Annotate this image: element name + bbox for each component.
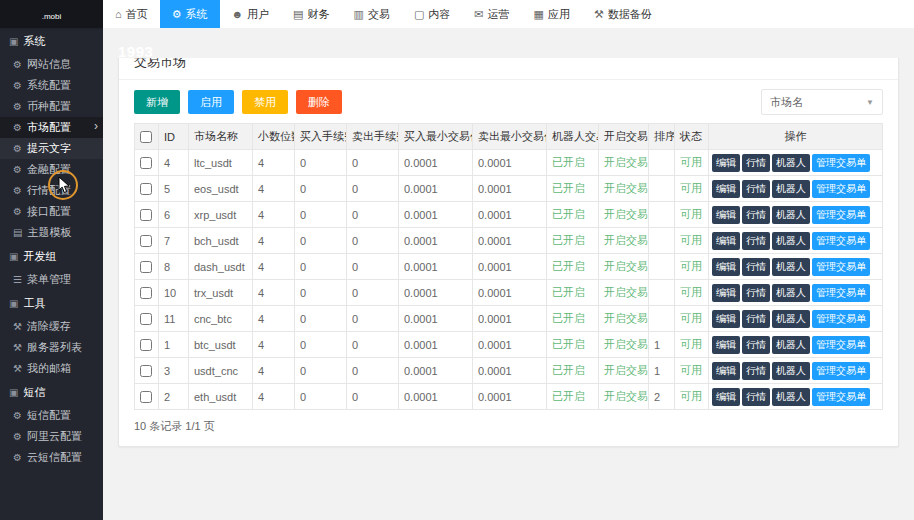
row-action-机器人[interactable]: 机器人 — [772, 310, 810, 328]
cell-sell-fee: 0 — [347, 228, 399, 254]
sidebar-item-币种配置[interactable]: ⚙ 币种配置 › — [0, 96, 103, 117]
row-action-编辑[interactable]: 编辑 — [712, 180, 740, 198]
sidebar-item-阿里云配置[interactable]: ⚙ 阿里云配置 › — [0, 426, 103, 447]
sidebar-item-金融配置[interactable]: ⚙ 金融配置 › — [0, 159, 103, 180]
row-action-行情[interactable]: 行情 — [742, 336, 770, 354]
row-action-管理交易单[interactable]: 管理交易单 — [812, 388, 870, 406]
row-action-机器人[interactable]: 机器人 — [772, 388, 810, 406]
row-checkbox[interactable] — [140, 391, 152, 403]
row-action-机器人[interactable]: 机器人 — [772, 336, 810, 354]
sidebar-item-服务器列表[interactable]: ⚒ 服务器列表 › — [0, 337, 103, 358]
row-action-管理交易单[interactable]: 管理交易单 — [812, 206, 870, 224]
select-all-checkbox[interactable] — [140, 131, 152, 143]
row-checkbox[interactable] — [140, 313, 152, 325]
sidebar-item-主题模板[interactable]: ▤ 主题模板 › — [0, 222, 103, 243]
market-filter-select[interactable]: 市场名 ▼ — [761, 89, 883, 115]
topnav-item-系统[interactable]: ⚙ 系统 — [160, 0, 220, 28]
row-action-编辑[interactable]: 编辑 — [712, 362, 740, 380]
topnav-item-数据备份[interactable]: ⚒ 数据备份 — [582, 0, 664, 28]
row-action-机器人[interactable]: 机器人 — [772, 232, 810, 250]
row-action-编辑[interactable]: 编辑 — [712, 310, 740, 328]
topnav-item-内容[interactable]: ▢ 内容 — [402, 0, 462, 28]
row-action-行情[interactable]: 行情 — [742, 154, 770, 172]
sidebar-section-短信[interactable]: ▣ 短信 — [0, 379, 103, 405]
row-action-编辑[interactable]: 编辑 — [712, 232, 740, 250]
markets-table: ID市场名称小数位数买入手续费卖出手续费买入最小交易价卖出最小交易价机器人交易开… — [134, 123, 883, 410]
add-button[interactable]: 新增 — [134, 90, 180, 114]
row-checkbox[interactable] — [140, 157, 152, 169]
row-action-编辑[interactable]: 编辑 — [712, 336, 740, 354]
cell-sell-min-price: 0.0001 — [473, 228, 547, 254]
table-row: 5 eos_usdt 4 0 0 0.0001 0.0001 已开启 开启交易 … — [135, 176, 883, 202]
sidebar-item-网站信息[interactable]: ⚙ 网站信息 › — [0, 54, 103, 75]
cell-buy-min-price: 0.0001 — [399, 228, 473, 254]
sidebar-section-开发组[interactable]: ▣ 开发组 — [0, 243, 103, 269]
column-header-操作: 操作 — [709, 124, 883, 150]
table-row: 11 cnc_btc 4 0 0 0.0001 0.0001 已开启 开启交易 … — [135, 306, 883, 332]
row-action-机器人[interactable]: 机器人 — [772, 284, 810, 302]
row-action-管理交易单[interactable]: 管理交易单 — [812, 310, 870, 328]
brand-logo[interactable]: 1993 .mobi — [0, 0, 103, 28]
row-action-行情[interactable]: 行情 — [742, 180, 770, 198]
row-action-机器人[interactable]: 机器人 — [772, 154, 810, 172]
sidebar-section-工具[interactable]: ▣ 工具 — [0, 290, 103, 316]
row-checkbox[interactable] — [140, 261, 152, 273]
sidebar-item-我的邮箱[interactable]: ⚒ 我的邮箱 › — [0, 358, 103, 379]
enable-button[interactable]: 启用 — [188, 90, 234, 114]
row-action-行情[interactable]: 行情 — [742, 206, 770, 224]
row-action-行情[interactable]: 行情 — [742, 388, 770, 406]
topnav-item-应用[interactable]: ▦ 应用 — [522, 0, 582, 28]
row-action-编辑[interactable]: 编辑 — [712, 388, 740, 406]
row-action-管理交易单[interactable]: 管理交易单 — [812, 180, 870, 198]
row-action-管理交易单[interactable]: 管理交易单 — [812, 258, 870, 276]
row-action-编辑[interactable]: 编辑 — [712, 284, 740, 302]
sidebar-item-提示文字[interactable]: ⚙ 提示文字 › — [0, 138, 103, 159]
sidebar-item-系统配置[interactable]: ⚙ 系统配置 › — [0, 75, 103, 96]
sidebar-item-接口配置[interactable]: ⚙ 接口配置 › — [0, 201, 103, 222]
row-action-行情[interactable]: 行情 — [742, 310, 770, 328]
row-checkbox[interactable] — [140, 365, 152, 377]
sidebar-section-系统[interactable]: ▣ 系统 — [0, 28, 103, 54]
sidebar-item-云短信配置[interactable]: ⚙ 云短信配置 › — [0, 447, 103, 468]
topnav-item-用户[interactable]: ☻ 用户 — [220, 0, 282, 28]
sidebar-item-清除缓存[interactable]: ⚒ 清除缓存 › — [0, 316, 103, 337]
row-checkbox[interactable] — [140, 209, 152, 221]
row-action-管理交易单[interactable]: 管理交易单 — [812, 154, 870, 172]
delete-button[interactable]: 删除 — [296, 90, 342, 114]
row-action-管理交易单[interactable]: 管理交易单 — [812, 336, 870, 354]
topnav-item-财务[interactable]: ▤ 财务 — [281, 0, 341, 28]
row-action-行情[interactable]: 行情 — [742, 284, 770, 302]
sidebar-item-行情配置[interactable]: ⚙ 行情配置 › — [0, 180, 103, 201]
cell-sort — [649, 176, 675, 202]
row-action-机器人[interactable]: 机器人 — [772, 180, 810, 198]
row-action-管理交易单[interactable]: 管理交易单 — [812, 362, 870, 380]
row-action-机器人[interactable]: 机器人 — [772, 258, 810, 276]
row-action-编辑[interactable]: 编辑 — [712, 206, 740, 224]
cell-sell-fee: 0 — [347, 280, 399, 306]
topnav-item-首页[interactable]: ⌂ 首页 — [103, 0, 160, 28]
cell-sell-fee: 0 — [347, 254, 399, 280]
row-checkbox[interactable] — [140, 235, 152, 247]
row-action-机器人[interactable]: 机器人 — [772, 206, 810, 224]
row-action-管理交易单[interactable]: 管理交易单 — [812, 284, 870, 302]
topnav-item-交易[interactable]: ▥ 交易 — [342, 0, 402, 28]
sidebar-item-菜单管理[interactable]: ☰ 菜单管理 › — [0, 269, 103, 290]
sidebar-item-市场配置[interactable]: ⚙ 市场配置 › — [0, 117, 103, 138]
row-checkbox[interactable] — [140, 183, 152, 195]
row-action-行情[interactable]: 行情 — [742, 258, 770, 276]
topnav-item-运营[interactable]: ✉ 运营 — [462, 0, 521, 28]
cell-trade-status: 开启交易 — [599, 280, 649, 306]
tool-icon: ⚒ — [13, 363, 22, 374]
row-action-行情[interactable]: 行情 — [742, 362, 770, 380]
row-action-编辑[interactable]: 编辑 — [712, 258, 740, 276]
row-action-机器人[interactable]: 机器人 — [772, 362, 810, 380]
row-checkbox[interactable] — [140, 287, 152, 299]
row-action-行情[interactable]: 行情 — [742, 232, 770, 250]
disable-button[interactable]: 禁用 — [242, 90, 288, 114]
row-action-编辑[interactable]: 编辑 — [712, 154, 740, 172]
row-action-管理交易单[interactable]: 管理交易单 — [812, 232, 870, 250]
cell-sort — [649, 150, 675, 176]
row-checkbox[interactable] — [140, 339, 152, 351]
chevron-right-icon: › — [94, 119, 98, 133]
sidebar-item-短信配置[interactable]: ⚙ 短信配置 › — [0, 405, 103, 426]
